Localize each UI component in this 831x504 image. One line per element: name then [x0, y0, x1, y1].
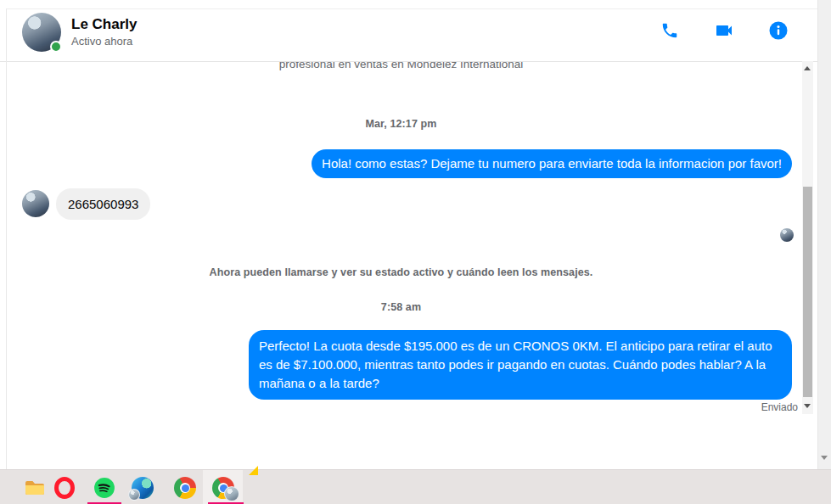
timestamp-divider: Mar, 12:17 pm: [0, 118, 802, 130]
window-edge-line: [6, 8, 817, 9]
chat-scrollbar[interactable]: [802, 61, 813, 414]
chrome-icon: [212, 477, 234, 499]
taskbar-spotify-button[interactable]: [93, 477, 115, 499]
edge-icon: [132, 477, 154, 499]
sent-message-bubble[interactable]: Perfecto! La cuota desde $195.000 es de …: [249, 330, 792, 400]
video-call-button[interactable]: [709, 15, 739, 46]
received-message-bubble[interactable]: 2665060993: [56, 188, 150, 220]
video-call-icon: [714, 20, 734, 41]
contact-avatar: [22, 13, 61, 52]
active-presence-dot: [50, 41, 62, 53]
seen-indicator-avatar: [780, 228, 794, 242]
conversation-profile-button[interactable]: Le Charly Activo ahora: [14, 10, 234, 54]
windows-taskbar: ESP 07:58 17/7/2024 5 PRE: [0, 469, 831, 504]
profile-avatar-badge: [128, 489, 140, 501]
contact-avatar[interactable]: [22, 190, 49, 217]
scroll-down-arrow[interactable]: [804, 404, 811, 408]
timestamp-divider: 7:58 am: [0, 301, 802, 313]
taskbar-chrome-button[interactable]: [174, 477, 196, 499]
taskbar-chrome-profile-button[interactable]: [212, 477, 234, 499]
screen: profesional en ventas en Mondelez Intern…: [0, 0, 831, 504]
sent-message-bubble[interactable]: Hola! como estas? Dejame tu numero para …: [312, 149, 792, 178]
spotify-icon: [93, 487, 115, 501]
contact-name: Le Charly: [71, 16, 137, 33]
contact-status: Activo ahora: [71, 36, 137, 48]
message-delivery-status: Enviado: [761, 401, 798, 413]
phone-icon: [660, 21, 679, 40]
opera-icon: [54, 477, 75, 499]
conversation-info-button[interactable]: [763, 15, 794, 46]
message-composer: + GIF: [0, 416, 817, 469]
window-edge-line: [6, 8, 7, 469]
chrome-icon: [174, 477, 196, 499]
taskbar-edge-button[interactable]: [132, 477, 154, 499]
voice-call-button[interactable]: [654, 15, 685, 46]
taskbar-opera-button[interactable]: [53, 477, 76, 499]
taskbar-file-explorer-button[interactable]: [24, 477, 46, 499]
folder-icon: [24, 487, 46, 501]
page-scrollbar[interactable]: [817, 0, 831, 469]
info-icon: [768, 20, 789, 41]
scrollbar-thumb[interactable]: [803, 187, 812, 397]
scroll-down-arrow[interactable]: [821, 456, 828, 460]
system-notice: Ahora pueden llamarse y ver su estado ac…: [0, 266, 802, 278]
scroll-up-arrow[interactable]: [804, 66, 811, 70]
profile-avatar-badge: [224, 486, 239, 501]
